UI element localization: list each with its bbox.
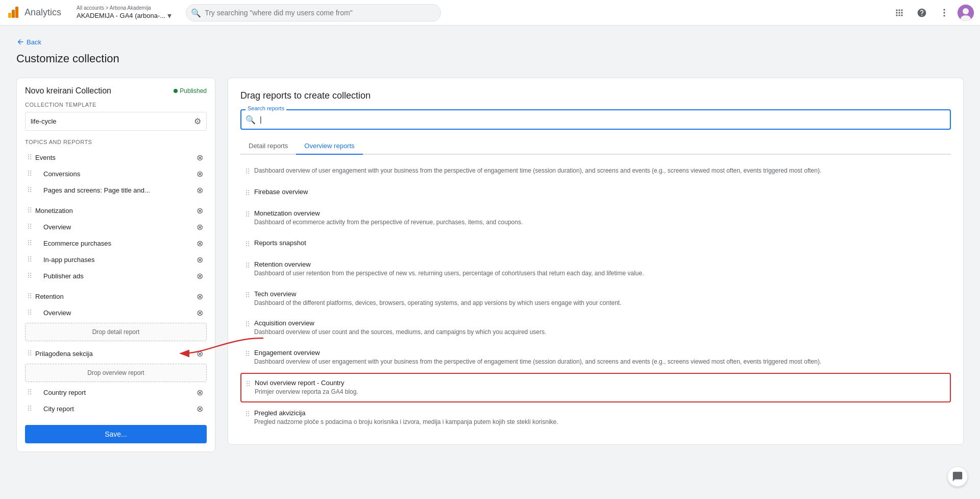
remove-retention-button[interactable]: ⊗ xyxy=(194,291,205,301)
remove-item-button[interactable]: ⊗ xyxy=(194,271,205,281)
list-item: ⠿ Publisher ads ⊗ xyxy=(25,268,207,284)
report-item[interactable]: ⠿ Engagement overview Dashboard overview… xyxy=(240,343,951,372)
topic-group-retention: ⠿ Retention ⊗ ⠿ Overview ⊗ Drop detail r… xyxy=(25,288,207,341)
help-icon[interactable] xyxy=(913,4,931,22)
remove-item-button[interactable]: ⊗ xyxy=(194,387,205,397)
account-selector[interactable]: AKADEMIJA - GA4 (arbona-... ▾ xyxy=(77,11,172,20)
drag-handle-icon[interactable]: ⠿ xyxy=(27,308,32,317)
tab-overview-reports[interactable]: Overview reports xyxy=(296,138,362,155)
report-item-content: Tech overview Dashboard of the different… xyxy=(254,290,946,307)
analytics-logo-icon xyxy=(6,6,20,20)
tab-detail-reports[interactable]: Detail reports xyxy=(240,138,296,155)
main-search-input[interactable] xyxy=(186,4,441,21)
svg-point-4 xyxy=(943,12,945,13)
search-reports-icon: 🔍 xyxy=(246,115,256,125)
topic-header-monetization: ⠿ Monetization ⊗ xyxy=(25,202,207,219)
svg-rect-0 xyxy=(8,13,11,18)
drag-handle-icon[interactable]: ⠿ xyxy=(245,168,250,176)
remove-item-button[interactable]: ⊗ xyxy=(194,403,205,414)
remove-item-button[interactable]: ⊗ xyxy=(194,254,205,265)
search-reports-wrap: Search reports 🔍 xyxy=(240,109,951,130)
published-dot xyxy=(174,89,178,93)
back-link[interactable]: Back xyxy=(16,38,964,46)
report-item[interactable]: ⠿ Reports snapshot xyxy=(240,233,951,254)
drag-handle-icon[interactable]: ⠿ xyxy=(27,206,32,215)
item-name: Publisher ads xyxy=(35,272,194,280)
drop-overview-report-zone[interactable]: Drop overview report xyxy=(25,364,207,382)
drag-handle-icon[interactable]: ⠿ xyxy=(245,210,250,219)
report-item[interactable]: ⠿ Monetization overview Dashboard of eco… xyxy=(240,204,951,232)
report-item[interactable]: ⠿ Retention overview Dashboard of user r… xyxy=(240,255,951,283)
remove-item-button[interactable]: ⊗ xyxy=(194,238,205,248)
gear-icon[interactable]: ⚙ xyxy=(194,116,201,126)
report-item-desc: Dashboard of user retention from the per… xyxy=(254,269,946,278)
avatar[interactable] xyxy=(958,5,974,21)
drag-handle-icon[interactable]: ⠿ xyxy=(245,320,250,328)
page-title: Customize collection xyxy=(16,52,964,65)
drag-handle-icon[interactable]: ⠿ xyxy=(245,350,250,358)
remove-item-button[interactable]: ⊗ xyxy=(194,185,205,195)
collection-name: Novo kreirani Collection xyxy=(25,86,111,96)
list-item: ⠿ Country report ⊗ xyxy=(25,384,207,400)
report-item[interactable]: ⠿ Dashboard overview of user engagement … xyxy=(240,161,951,181)
drag-handle-icon[interactable]: ⠿ xyxy=(246,380,251,388)
apps-icon[interactable] xyxy=(890,4,909,22)
report-item-desc: Dashboard of the different platforms, de… xyxy=(254,299,946,307)
drag-handle-icon[interactable]: ⠿ xyxy=(245,189,250,197)
remove-item-button[interactable]: ⊗ xyxy=(194,222,205,232)
remove-prilagodena-button[interactable]: ⊗ xyxy=(194,348,205,359)
report-item-content: Engagement overview Dashboard overview o… xyxy=(254,349,946,366)
report-item[interactable]: ⠿ Tech overview Dashboard of the differe… xyxy=(240,284,951,313)
remove-events-button[interactable]: ⊗ xyxy=(194,152,205,162)
drag-handle-icon[interactable]: ⠿ xyxy=(27,223,32,231)
topic-name-monetization: Monetization xyxy=(35,207,194,215)
drag-handle-icon[interactable]: ⠿ xyxy=(27,292,32,300)
report-item-desc: Primjer overview reporta za GA4 blog. xyxy=(255,388,946,396)
drag-handle-icon[interactable]: ⠿ xyxy=(27,272,32,280)
report-item-content: Acquisition overview Dashboard overview … xyxy=(254,319,946,337)
drag-handle-icon[interactable]: ⠿ xyxy=(27,239,32,247)
search-reports-input[interactable] xyxy=(240,109,951,130)
svg-rect-1 xyxy=(12,10,15,18)
list-item: ⠿ Ecommerce purchases ⊗ xyxy=(25,235,207,251)
drag-handle-icon[interactable]: ⠿ xyxy=(245,291,250,299)
logo-area: Analytics xyxy=(6,6,72,20)
report-item-title: Firebase overview xyxy=(254,188,946,196)
account-area: All accounts > Arbona Akademija AKADEMIJ… xyxy=(77,5,172,20)
drag-handle-icon[interactable]: ⠿ xyxy=(245,262,250,270)
drag-handle-icon[interactable]: ⠿ xyxy=(27,255,32,264)
save-button[interactable]: Save... xyxy=(25,425,207,443)
drag-handle-icon[interactable]: ⠿ xyxy=(27,170,32,178)
drop-detail-report-zone[interactable]: Drop detail report xyxy=(25,323,207,341)
topic-group-prilagodena: ⠿ Prilagođena sekcija ⊗ Drop overview re… xyxy=(25,345,207,417)
remove-monetization-button[interactable]: ⊗ xyxy=(194,205,205,216)
item-name: Overview xyxy=(35,223,194,231)
report-item[interactable]: ⠿ Pregled akvizicija Pregled nadzorne pl… xyxy=(240,403,951,432)
drag-handle-icon[interactable]: ⠿ xyxy=(245,410,250,418)
main-layout: Back Customize collection Novo kreirani … xyxy=(0,26,980,499)
chat-icon-button[interactable] xyxy=(947,466,968,487)
more-icon[interactable] xyxy=(935,4,953,22)
drag-handle-icon[interactable]: ⠿ xyxy=(27,153,32,161)
topic-name-events: Events xyxy=(35,154,194,161)
item-name: Ecommerce purchases xyxy=(35,240,194,247)
drag-handle-icon[interactable]: ⠿ xyxy=(27,186,32,194)
report-item[interactable]: ⠿ Acquisition overview Dashboard overvie… xyxy=(240,314,951,342)
item-name: City report xyxy=(35,405,194,413)
list-item: ⠿ Conversions ⊗ xyxy=(25,165,207,182)
drag-handle-icon[interactable]: ⠿ xyxy=(245,240,250,248)
report-item-title: Retention overview xyxy=(254,260,946,268)
report-item[interactable]: ⠿ Firebase overview xyxy=(240,182,951,203)
remove-item-button[interactable]: ⊗ xyxy=(194,169,205,179)
svg-point-5 xyxy=(943,15,945,16)
report-item-highlighted[interactable]: ⠿ Novi overview report - Country Primjer… xyxy=(240,373,951,402)
template-value: life-cycle xyxy=(31,117,57,125)
remove-item-button[interactable]: ⊗ xyxy=(194,307,205,318)
list-item: ⠿ In-app purchases ⊗ xyxy=(25,251,207,268)
top-nav: Analytics All accounts > Arbona Akademij… xyxy=(0,0,980,26)
topic-header-retention: ⠿ Retention ⊗ xyxy=(25,288,207,304)
drag-handle-icon[interactable]: ⠿ xyxy=(27,405,32,413)
drag-handle-icon[interactable]: ⠿ xyxy=(27,388,32,396)
reports-list: ⠿ Dashboard overview of user engagement … xyxy=(240,161,951,432)
drag-handle-icon[interactable]: ⠿ xyxy=(27,349,32,358)
